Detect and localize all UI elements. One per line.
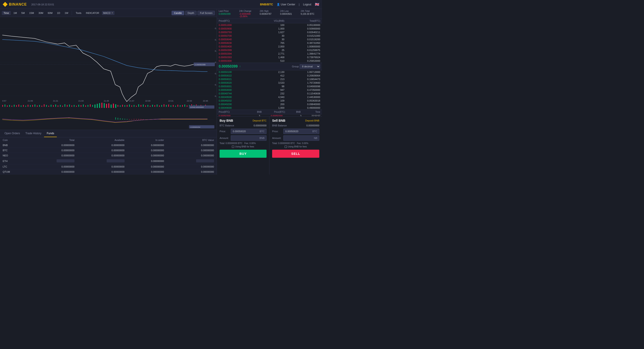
sell-amount-input[interactable]: NB <box>283 135 319 141</box>
ask-price: 0.00050393 <box>219 56 254 59</box>
svg-rect-93 <box>152 105 153 107</box>
ask-price: 0.00050300 <box>219 60 254 62</box>
th-bnb: 3 <box>241 115 260 116</box>
svg-rect-58 <box>72 105 72 107</box>
tab-trade-history[interactable]: Trade History <box>22 130 44 137</box>
table-row: LTC 0.00000000 0.00000000 0.00000000 0.0… <box>0 164 217 169</box>
tab-open-orders[interactable]: Open Orders <box>2 130 22 137</box>
ask-row[interactable]: 0.00050300 510 0.25653000 <box>217 59 322 63</box>
btc-balance-value: 0.00000000 <box>254 124 266 127</box>
bid-row[interactable]: 0.00050022 412 0.20609064 <box>217 74 322 77</box>
bid-row[interactable]: 0.00049202 109 0.05363018 <box>217 99 322 103</box>
buy-button[interactable]: BUY <box>220 150 266 158</box>
tab-funds[interactable]: Funds <box>44 130 57 137</box>
ask-row[interactable]: 0.00050399 25 0.01259975 <box>217 48 322 52</box>
svg-text:12548.00000000: 12548.00000000 <box>190 106 204 108</box>
ask-row[interactable]: 0.00050700 30 0.01521000 <box>217 34 322 38</box>
bid-vol: 4,940 <box>254 96 284 98</box>
buy-price-unit: BTC <box>260 130 264 133</box>
svg-rect-47 <box>46 105 47 107</box>
sell-price-input[interactable]: 0.00050020 BTC <box>283 129 319 134</box>
chart-container[interactable]: 0.00053000 0.00052000 0.00051000 0.00050… <box>0 17 217 130</box>
stat-last-price: Last Price 0.00050399 <box>219 10 238 18</box>
macd-close-button[interactable]: ✕ <box>111 12 113 14</box>
sell-title: Sell BNB <box>272 119 285 122</box>
1d-button[interactable]: 1D <box>55 11 62 15</box>
bid-row[interactable]: 0.00050000 947 0.47350000 <box>217 88 322 92</box>
svg-text:21:09: 21:09 <box>28 100 33 102</box>
svg-rect-85 <box>134 105 134 107</box>
flag-icon[interactable]: 🇬🇧 <box>315 2 319 7</box>
bid-row[interactable]: 0.00050001 98 0.04900098 <box>217 85 322 88</box>
bid-row[interactable]: 0.00050020 3,533 1.76720660 <box>217 81 322 85</box>
svg-rect-46 <box>44 104 44 107</box>
1m-button[interactable]: 1M <box>12 11 18 15</box>
svg-rect-77 <box>115 104 116 108</box>
bid-row[interactable]: 0.00049500 4,940 2.44530000 <box>217 95 322 99</box>
buy-price-input[interactable]: 0.00050020 BTC <box>231 129 266 134</box>
svg-rect-33 <box>14 105 14 107</box>
sell-button[interactable]: SELL <box>272 150 319 158</box>
bid-row[interactable]: 0.00049000 1,000 0.49000000 <box>217 106 322 110</box>
ask-price: 0.00051000 <box>219 24 254 27</box>
buy-price-label: Price: <box>220 130 231 133</box>
trade-history-right: 0.00050300 3 0.00050300 3 22:52:57 0.000… <box>217 114 322 116</box>
ask-row[interactable]: 0.00050394 2,771 1.39641774 <box>217 52 322 56</box>
svg-rect-65 <box>88 105 88 107</box>
depth-button[interactable]: Depth <box>185 11 196 15</box>
tools-button[interactable]: Tools <box>74 11 83 15</box>
ask-row[interactable]: 0.00050400 2,000 1.00800000 <box>217 45 322 48</box>
ask-row[interactable]: 0.00050630 765 0.38731950 <box>217 41 322 45</box>
group-select[interactable]: 8 decimal 6 decimal 4 decimal <box>300 64 320 69</box>
bid-row[interactable]: 0.00050021 213 0.10654473 <box>217 77 322 81</box>
svg-rect-54 <box>62 106 63 107</box>
deposit-btc-link[interactable]: Deposit BTC <box>253 119 266 122</box>
ask-price: 0.00050640 <box>219 38 254 41</box>
svg-rect-75 <box>111 105 112 108</box>
fullscreen-button[interactable]: Full Screen <box>198 11 215 15</box>
total-cell: 0.00000000 <box>27 148 77 153</box>
mid-price-row: 0.00050399 ↑ Group 8 decimal 6 decimal 4… <box>217 63 322 70</box>
bid-row[interactable]: 0.00049200 200 0.09840000 <box>217 103 322 106</box>
buy-bnb-checkbox[interactable] <box>232 146 234 148</box>
buy-amount-input[interactable]: BNB <box>231 135 266 141</box>
bid-vol: 200 <box>254 103 284 106</box>
svg-rect-30 <box>7 105 8 107</box>
60m-button[interactable]: 60M <box>46 11 54 15</box>
table-row: BNB 0.00000000 0.00000000 0.00000000 0.0… <box>0 143 217 148</box>
total-cell: 0.00000000 <box>27 153 77 158</box>
bid-row[interactable]: 0.00050100 2,130 1.06713000 <box>217 70 322 74</box>
bid-row[interactable]: 0.00049744 232 0.11540608 <box>217 92 322 95</box>
deposit-bnb-link[interactable]: Deposit BNB <box>305 119 319 122</box>
bid-total: 0.49000000 <box>284 107 320 109</box>
svg-rect-91 <box>148 105 148 107</box>
pair-selector[interactable]: BNB/BTC <box>260 3 273 6</box>
1w-button[interactable]: 1W <box>63 11 70 15</box>
ask-row[interactable]: 0.00050900 1,000 0.50900000 <box>217 27 322 31</box>
ask-row[interactable]: 0.00050393 1,468 0.73976924 <box>217 56 322 59</box>
15m-button[interactable]: 15M <box>28 11 36 15</box>
indicator-button[interactable]: INDICATOR <box>84 11 101 15</box>
ask-row[interactable]: 0.00051000 100 0.05100000 <box>217 23 322 27</box>
left-panel: Time 1M 5M 15M 30M 60M 1D 1W Tools INDIC… <box>0 9 217 175</box>
30m-button[interactable]: 30M <box>37 11 45 15</box>
ask-vol: 100 <box>254 24 284 27</box>
sell-bnb-checkbox[interactable] <box>285 146 287 148</box>
ask-row[interactable]: 0.00050793 1,627 0.82640211 <box>217 31 322 34</box>
ask-row[interactable]: 0.00050640 30 0.01519200 <box>217 38 322 41</box>
time-button[interactable]: Time <box>2 11 11 15</box>
sell-price-row: Price: 0.00050020 BTC <box>272 129 319 134</box>
stat-24h-change: 24h Change -0.0000498 -15.86% <box>239 10 259 18</box>
5m-button[interactable]: 5M <box>20 11 26 15</box>
total-cell: 0.00000000 <box>27 169 77 175</box>
mid-price-value: 0.00050399 <box>219 65 238 69</box>
svg-rect-101 <box>170 105 171 107</box>
user-center-link[interactable]: 👤 User Center <box>276 3 295 6</box>
tab-bar: Open Orders Trade History Funds <box>0 130 217 137</box>
th-time: 22:52:57 <box>302 115 320 116</box>
logout-link[interactable]: Logout <box>303 3 311 6</box>
svg-rect-56 <box>67 105 68 107</box>
bid-vol: 213 <box>254 78 284 81</box>
svg-rect-68 <box>94 105 96 108</box>
candle-button[interactable]: Candle <box>172 11 184 15</box>
